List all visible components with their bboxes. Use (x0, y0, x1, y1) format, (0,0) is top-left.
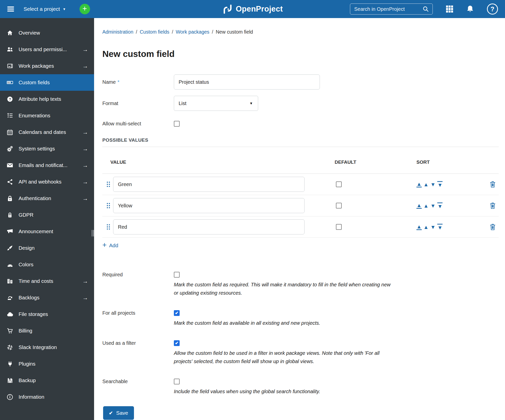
move-to-top-icon[interactable]: ▲ (416, 224, 422, 230)
sidebar-item-api-and-webhooks[interactable]: API and webhooks→ (0, 174, 94, 190)
sidebar-item-custom-fields[interactable]: abcCustom fields (0, 74, 94, 91)
check-icon: ✔ (109, 410, 113, 416)
select-caret-icon: ▼ (249, 101, 253, 105)
sidebar-item-plugins[interactable]: Plugins (0, 356, 94, 372)
used-as-a-filter-checkbox[interactable] (174, 340, 180, 346)
notifications-bell-icon[interactable] (466, 5, 474, 13)
sidebar-item-backup[interactable]: Backup (0, 372, 94, 389)
sidebar-item-label: Plugins (19, 361, 35, 367)
drag-handle-icon[interactable] (107, 203, 110, 208)
sidebar-item-time-and-costs[interactable]: Time and costs→ (0, 273, 94, 289)
delete-value-icon[interactable] (490, 181, 496, 188)
delete-value-icon[interactable] (490, 223, 496, 230)
hamburger-menu-icon[interactable] (7, 7, 14, 12)
searchable-checkbox[interactable] (174, 379, 180, 384)
name-input[interactable] (174, 74, 320, 90)
sidebar-item-colors[interactable]: Colors (0, 256, 94, 273)
format-select[interactable]: List ▼ (174, 96, 258, 111)
required-marker: * (117, 79, 119, 85)
sidebar-item-system-settings[interactable]: System settings→ (0, 140, 94, 157)
drag-handle-icon[interactable] (107, 182, 110, 187)
breadcrumb: Administration/Custom fields/Work packag… (102, 29, 499, 35)
sidebar-item-label: GDPR (19, 212, 33, 218)
breadcrumb-link-work-packages[interactable]: Work packages (176, 29, 209, 35)
checklist-icon (7, 113, 13, 119)
sidebar-item-label: Emails and notificat... (19, 162, 67, 168)
drag-handle-icon[interactable] (107, 224, 110, 230)
arrow-right-icon: → (82, 278, 88, 285)
move-down-icon[interactable]: ▼ (430, 224, 436, 230)
sidebar-item-emails-and-notificat[interactable]: Emails and notificat...→ (0, 157, 94, 174)
default-checkbox[interactable] (336, 182, 342, 187)
option-help-text: Mark the custom field as required. This … (174, 281, 395, 297)
delete-value-icon[interactable] (490, 202, 496, 209)
move-to-top-icon[interactable]: ▲ (416, 181, 422, 188)
move-to-bottom-icon[interactable]: ▼ (437, 181, 443, 188)
lock-shield-icon (7, 212, 13, 218)
default-checkbox[interactable] (336, 203, 342, 209)
option-rows: RequiredMark the custom field as require… (102, 272, 499, 396)
sort-controls: ▲▲▼▼ (416, 203, 443, 209)
required-checkbox[interactable] (174, 272, 180, 278)
move-up-icon[interactable]: ▲ (423, 224, 429, 230)
sidebar-item-information[interactable]: Information (0, 389, 94, 405)
search-icon[interactable] (422, 6, 429, 12)
default-checkbox[interactable] (336, 224, 342, 230)
value-input[interactable] (113, 198, 305, 213)
breadcrumb-separator: / (212, 29, 213, 35)
sidebar-item-billing[interactable]: Billing (0, 322, 94, 339)
sidebar-item-design[interactable]: Design (0, 240, 94, 256)
for-all-projects-checkbox[interactable] (174, 310, 180, 316)
sidebar-item-label: System settings (19, 146, 55, 152)
allow-multi-select-checkbox[interactable] (174, 121, 180, 127)
move-to-top-icon[interactable]: ▲ (416, 203, 422, 209)
option-row-for-all-projects: For all projectsMark the custom field as… (102, 310, 499, 327)
option-label: For all projects (102, 310, 174, 327)
sidebar-item-label: Colors (19, 262, 33, 268)
move-up-icon[interactable]: ▲ (423, 182, 429, 187)
move-to-bottom-icon[interactable]: ▼ (437, 203, 443, 209)
sort-controls: ▲▲▼▼ (416, 181, 443, 188)
sidebar-item-authentication[interactable]: Authentication→ (0, 190, 94, 207)
sidebar-item-file-storages[interactable]: File storages (0, 306, 94, 322)
breadcrumb-link-administration[interactable]: Administration (102, 29, 133, 35)
sidebar-item-overview[interactable]: Overview (0, 25, 94, 41)
value-input[interactable] (113, 177, 305, 192)
global-search-input[interactable] (354, 6, 422, 12)
sidebar-item-users-and-permissi[interactable]: Users and permissi...→ (0, 41, 94, 58)
option-row-required: RequiredMark the custom field as require… (102, 272, 499, 297)
add-value-button[interactable]: + Add (102, 241, 132, 250)
multi-select-row: Allow multi-select (102, 120, 499, 127)
sidebar-item-gdpr[interactable]: GDPR (0, 207, 94, 223)
brush-icon (7, 245, 13, 251)
cart-icon (7, 328, 13, 334)
sidebar-item-announcement[interactable]: Announcement (0, 223, 94, 240)
megaphone-icon (7, 228, 13, 234)
sidebar-item-enumerations[interactable]: Enumerations (0, 107, 94, 124)
select-project-dropdown[interactable]: Select a project ▼ (24, 6, 66, 12)
sidebar-item-work-packages[interactable]: Work packages→ (0, 58, 94, 74)
sidebar-item-attribute-help-texts[interactable]: ?Attribute help texts (0, 91, 94, 107)
arrow-right-icon: → (82, 294, 88, 301)
value-input[interactable] (113, 219, 305, 234)
sidebar-item-label: Work packages (19, 63, 54, 69)
help-icon[interactable]: ? (487, 4, 498, 15)
save-button[interactable]: ✔ Save (103, 406, 134, 420)
move-to-bottom-icon[interactable]: ▼ (437, 224, 443, 230)
sidebar-item-backlogs[interactable]: Backlogs→ (0, 289, 94, 306)
move-down-icon[interactable]: ▼ (430, 203, 436, 208)
gauge-icon (7, 262, 13, 268)
option-label: Searchable (102, 379, 174, 396)
breadcrumb-link-custom-fields[interactable]: Custom fields (140, 29, 169, 35)
apps-grid-icon[interactable] (446, 5, 453, 13)
move-down-icon[interactable]: ▼ (430, 182, 436, 187)
sidebar-item-slack-integration[interactable]: Slack Integration (0, 339, 94, 356)
sidebar-scrollbar-thumb[interactable] (92, 230, 94, 236)
sidebar-item-label: Backup (19, 377, 36, 383)
value-row-red: ▲▲▼▼ (102, 216, 499, 238)
sidebar-item-calendars-and-dates[interactable]: Calendars and dates→ (0, 124, 94, 140)
chevron-down-icon: ▼ (63, 7, 66, 11)
move-up-icon[interactable]: ▲ (423, 203, 429, 208)
sidebar-item-label: Attribute help texts (19, 96, 61, 102)
add-project-button[interactable]: + (80, 4, 90, 14)
